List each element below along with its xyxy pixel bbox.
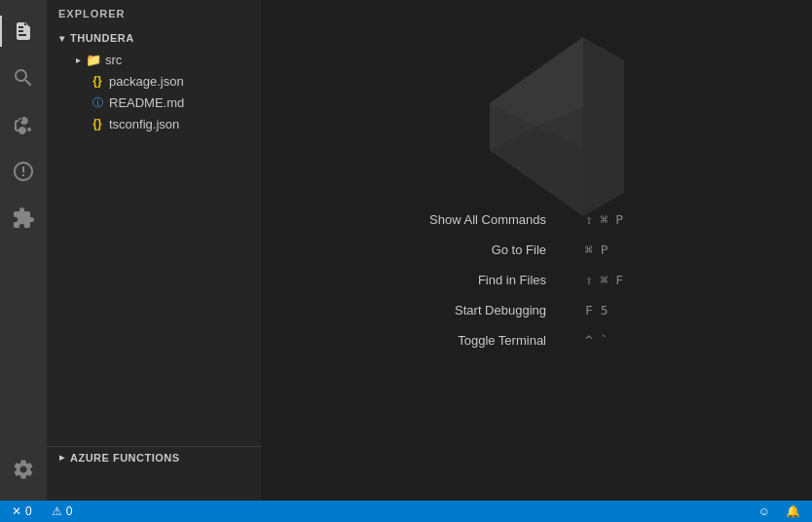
azure-section-label: AZURE FUNCTIONS (70, 452, 180, 464)
tree-root-thundera[interactable]: ▾ THUNDERA (47, 27, 261, 49)
tree-item-src[interactable]: ▸ 📁 src (47, 49, 261, 70)
svg-marker-3 (583, 37, 624, 216)
json-icon: {} (90, 73, 105, 89)
error-icon: ✕ (12, 504, 21, 518)
files-icon[interactable] (0, 8, 47, 55)
settings-icon[interactable] (0, 446, 47, 493)
command-label-goto-file: Go to File (429, 242, 546, 257)
command-row-toggle-terminal[interactable]: Toggle Terminal ^ ` (429, 325, 644, 355)
status-left: ✕ 0 ⚠ 0 (8, 504, 76, 518)
vscode-logo (439, 29, 634, 224)
tree-label-src: src (105, 53, 122, 67)
sidebar-header: Explorer (47, 0, 261, 27)
commands-panel: Show All Commands ⇧ ⌘ P Go to File ⌘ P F… (429, 205, 644, 355)
tree-label-readme: README.md (109, 95, 184, 110)
tree-item-package-json[interactable]: {} package.json (47, 70, 261, 92)
json-icon-ts: {} (90, 116, 105, 131)
extensions-icon[interactable] (0, 195, 47, 242)
tree-item-tsconfig[interactable]: {} tsconfig.json (47, 113, 261, 134)
status-warnings[interactable]: ⚠ 0 (48, 504, 77, 518)
tree-root-label: THUNDERA (70, 32, 134, 44)
debug-icon[interactable] (0, 148, 47, 195)
command-shortcut-start-debug: F 5 (585, 303, 644, 317)
command-shortcut-find-files: ⇧ ⌘ F (585, 273, 644, 287)
azure-section[interactable]: ▸ AZURE FUNCTIONS (47, 446, 261, 467)
status-bar: ✕ 0 ⚠ 0 ☺ 🔔 (0, 501, 812, 522)
status-right: ☺ 🔔 (755, 504, 804, 518)
source-control-icon[interactable] (0, 101, 47, 148)
command-shortcut-toggle-terminal: ^ ` (585, 333, 644, 348)
command-row-start-debug[interactable]: Start Debugging F 5 (429, 295, 644, 325)
tree-label-package-json: package.json (109, 74, 184, 89)
md-icon: ⓘ (90, 94, 105, 110)
status-errors[interactable]: ✕ 0 (8, 504, 36, 518)
status-smiley[interactable]: ☺ (755, 504, 774, 518)
command-shortcut-goto-file: ⌘ P (585, 242, 644, 257)
command-label-find-files: Find in Files (429, 273, 546, 287)
chevron-right-azure-icon: ▸ (55, 450, 70, 466)
command-label-toggle-terminal: Toggle Terminal (429, 333, 546, 348)
folder-icon: 📁 (86, 52, 101, 67)
app-container: Explorer ▾ THUNDERA ▸ 📁 src {} package.j… (0, 0, 812, 501)
command-row-goto-file[interactable]: Go to File ⌘ P (429, 235, 644, 265)
sidebar: Explorer ▾ THUNDERA ▸ 📁 src {} package.j… (47, 0, 261, 501)
warning-count: 0 (66, 504, 73, 518)
command-label-start-debug: Start Debugging (429, 303, 546, 317)
main-content: Show All Commands ⇧ ⌘ P Go to File ⌘ P F… (261, 0, 812, 501)
file-tree: ▾ THUNDERA ▸ 📁 src {} package.json ⓘ REA… (47, 27, 261, 501)
chevron-right-icon: ▸ (70, 52, 86, 67)
status-bell[interactable]: 🔔 (782, 504, 804, 518)
error-count: 0 (25, 504, 32, 518)
command-row-find-files[interactable]: Find in Files ⇧ ⌘ F (429, 265, 644, 295)
tree-label-tsconfig: tsconfig.json (109, 117, 179, 131)
chevron-down-icon: ▾ (55, 30, 70, 46)
bell-icon: 🔔 (786, 504, 800, 518)
warning-icon: ⚠ (52, 504, 62, 518)
smiley-icon: ☺ (758, 504, 770, 518)
search-icon[interactable] (0, 55, 47, 101)
activity-bar (0, 0, 47, 501)
tree-item-readme[interactable]: ⓘ README.md (47, 92, 261, 113)
